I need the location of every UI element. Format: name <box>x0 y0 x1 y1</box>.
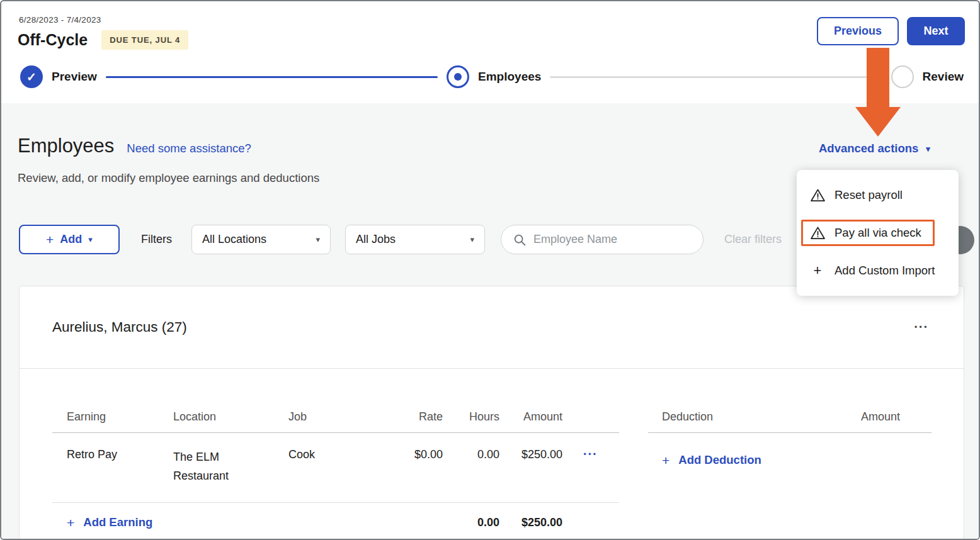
step-preview-circle[interactable]: ✓ <box>20 65 43 88</box>
step-preview-label[interactable]: Preview <box>52 70 97 84</box>
payroll-page: 6/28/2023 - 7/4/2023 Off-Cycle DUE TUE, … <box>0 0 980 540</box>
advanced-actions-label: Advanced actions <box>819 142 918 155</box>
next-button[interactable]: Next <box>907 17 965 45</box>
earnings-table-header: Earning Location Job Rate Hours Amount <box>52 410 619 433</box>
col-deduction-amount: Amount <box>837 410 932 424</box>
deductions-table: Deduction Amount + Add Deduction <box>648 410 932 529</box>
page-title: Employees <box>18 135 114 157</box>
plus-icon: + <box>809 264 826 278</box>
warning-triangle-icon <box>809 225 826 241</box>
employee-card-header: Aurelius, Marcus (27) ••• <box>20 286 964 369</box>
employee-search-box <box>501 225 704 254</box>
plus-icon: + <box>46 233 54 246</box>
plus-icon: + <box>67 516 74 529</box>
add-earning-button[interactable]: + Add Earning <box>52 515 386 529</box>
add-earning-label: Add Earning <box>83 515 152 529</box>
locations-filter-select[interactable]: All Locations ▾ <box>191 225 331 254</box>
earning-location: The ELM Restaurant <box>173 448 248 485</box>
employee-overflow-menu-icon[interactable]: ••• <box>914 323 929 331</box>
menu-item-pay-all-via-check[interactable]: Pay all via check <box>797 214 959 252</box>
add-button[interactable]: + Add ▾ <box>19 225 120 254</box>
jobs-filter-value: All Jobs <box>356 233 396 246</box>
payroll-type-title: Off-Cycle <box>18 31 88 49</box>
earning-amount: $250.00 <box>499 448 562 461</box>
check-icon: ✓ <box>26 70 37 84</box>
employee-search-input[interactable] <box>533 233 692 246</box>
search-icon <box>513 233 527 247</box>
progress-stepper: ✓ Preview Employees Review <box>20 64 964 89</box>
step-review-circle[interactable] <box>891 65 914 88</box>
jobs-filter-select[interactable]: All Jobs ▾ <box>345 225 485 254</box>
warning-triangle-icon <box>809 188 826 203</box>
col-location: Location <box>173 410 288 424</box>
col-earning: Earning <box>52 410 173 424</box>
current-step-dot-icon <box>454 73 462 81</box>
chevron-down-icon: ▾ <box>470 235 474 244</box>
employee-card: Aurelius, Marcus (27) ••• Earning Locati… <box>19 286 964 540</box>
advanced-actions-button[interactable]: Advanced actions ▾ <box>819 142 930 155</box>
menu-item-label: Reset payroll <box>835 188 903 202</box>
table-gap <box>619 410 648 529</box>
pay-period-dates: 6/28/2023 - 7/4/2023 <box>19 15 101 25</box>
plus-icon: + <box>662 454 669 467</box>
col-amount: Amount <box>499 410 562 424</box>
filters-label: Filters <box>141 233 172 246</box>
col-hours: Hours <box>443 410 499 424</box>
page-subtitle: Review, add, or modify employee earnings… <box>18 171 319 185</box>
page-title-row: Employees Need some assistance? <box>18 135 251 157</box>
earning-rate: $0.00 <box>386 448 443 461</box>
stepper-line-todo <box>550 76 882 78</box>
step-employees-label[interactable]: Employees <box>478 70 541 84</box>
col-deduction: Deduction <box>648 410 837 424</box>
chevron-down-icon: ▾ <box>88 235 93 244</box>
earning-row: Retro Pay The ELM Restaurant Cook $0.00 … <box>52 433 619 503</box>
chevron-down-icon: ▾ <box>316 235 320 244</box>
menu-item-label: Pay all via check <box>835 226 921 240</box>
earning-job: Cook <box>288 448 386 461</box>
deductions-table-header: Deduction Amount <box>648 410 932 433</box>
chevron-down-icon: ▾ <box>926 145 930 153</box>
col-rate: Rate <box>386 410 443 424</box>
clear-filters-button[interactable]: Clear filters <box>724 233 782 246</box>
add-deduction-label: Add Deduction <box>678 453 761 467</box>
menu-item-reset-payroll[interactable]: Reset payroll <box>797 176 959 214</box>
step-employees-circle[interactable] <box>447 65 469 88</box>
add-button-label: Add <box>60 233 82 246</box>
total-hours: 0.00 <box>443 516 499 529</box>
earnings-table: Earning Location Job Rate Hours Amount R… <box>52 410 619 529</box>
stepper-line-done <box>106 76 438 78</box>
advanced-actions-menu: Reset payroll Pay all via check + Add Cu… <box>797 170 959 296</box>
earning-hours: 0.00 <box>443 448 499 461</box>
payroll-title-row: Off-Cycle DUE TUE, JUL 4 <box>18 30 188 50</box>
add-deduction-button[interactable]: + Add Deduction <box>648 433 932 467</box>
assistance-link[interactable]: Need some assistance? <box>127 142 251 155</box>
col-job: Job <box>288 410 386 424</box>
earnings-footer-row: + Add Earning 0.00 $250.00 <box>52 503 619 529</box>
earnings-deductions-tables: Earning Location Job Rate Hours Amount R… <box>20 369 964 529</box>
step-review-label[interactable]: Review <box>923 70 964 84</box>
menu-item-add-custom-import[interactable]: + Add Custom Import <box>797 252 959 290</box>
menu-item-label: Add Custom Import <box>835 264 935 278</box>
previous-button[interactable]: Previous <box>817 17 899 45</box>
earning-row-menu-icon[interactable]: ••• <box>562 448 619 458</box>
employee-name: Aurelius, Marcus (27) <box>52 319 187 335</box>
locations-filter-value: All Locations <box>202 233 266 246</box>
total-amount: $250.00 <box>499 516 562 529</box>
due-date-badge: DUE TUE, JUL 4 <box>101 30 188 50</box>
earning-name: Retro Pay <box>52 448 173 461</box>
